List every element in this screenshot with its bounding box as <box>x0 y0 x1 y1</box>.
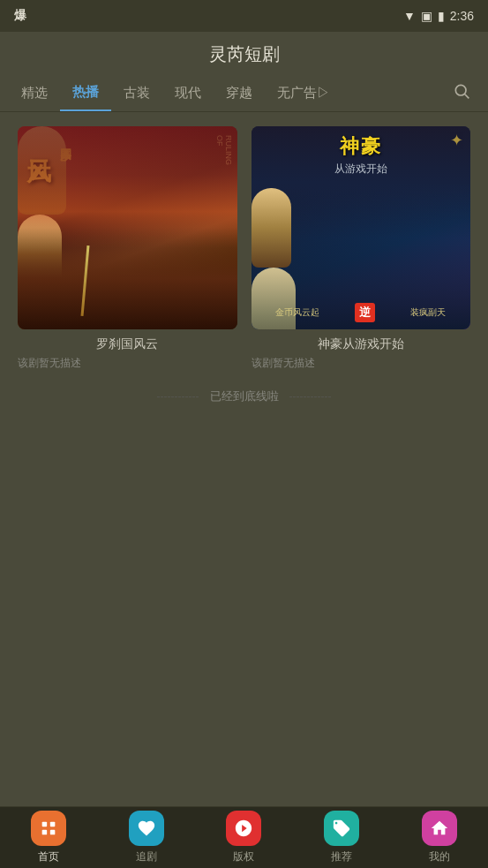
wifi-icon: ▼ <box>403 9 416 23</box>
tab-xiandai[interactable]: 现代 <box>162 76 214 110</box>
svg-point-0 <box>455 85 466 95</box>
app-title: 灵芮短剧 <box>0 32 488 75</box>
nav-item-rights[interactable]: 版权 <box>217 811 270 864</box>
recommend-icon <box>324 811 359 846</box>
poster2-bottom-left: 金币风云起 <box>275 306 319 319</box>
nav-label-recommend: 推荐 <box>331 849 352 864</box>
nav-item-home[interactable]: 首页 <box>22 811 75 864</box>
tab-wuguanggao[interactable]: 无广告▷ <box>265 76 342 110</box>
poster2-bottom: 金币风云起 逆 装疯副天 <box>252 303 471 322</box>
drama-poster-1: 风云 四多杀国 RULINGOF <box>18 126 237 329</box>
nav-label-rights: 版权 <box>233 849 254 864</box>
nav-label-home: 首页 <box>38 849 59 864</box>
nav-label-mine: 我的 <box>429 849 450 864</box>
content-area: 风云 四多杀国 RULINGOF 罗刹国风云 该剧暂无描述 <box>0 112 488 793</box>
drama-card-2[interactable]: 神豪 从游戏开始 ✦ 金币风云起 逆 <box>252 126 471 371</box>
drama-desc-1: 该剧暂无描述 <box>18 356 237 371</box>
svg-rect-4 <box>42 830 48 835</box>
line-dash-right: ------------ <box>289 390 332 403</box>
follow-icon <box>129 811 164 846</box>
home-icon <box>31 811 66 846</box>
nav-label-follow: 追剧 <box>136 849 157 864</box>
tab-rebo[interactable]: 热播 <box>60 75 111 111</box>
svg-rect-3 <box>50 822 56 827</box>
svg-line-1 <box>465 94 469 99</box>
status-time: 2:36 <box>450 9 474 23</box>
svg-rect-2 <box>42 822 48 827</box>
bottom-end-line: ------------ 已经到底线啦 ------------ <box>18 371 470 413</box>
battery-icon: ▮ <box>438 9 445 23</box>
drama-title-2: 神豪从游戏开始 <box>252 336 471 352</box>
search-button[interactable] <box>444 77 479 109</box>
status-left-icon: 爆 <box>14 8 26 24</box>
rights-icon <box>226 811 261 846</box>
drama-title-1: 罗刹国风云 <box>18 336 237 352</box>
tab-guzhuang[interactable]: 古装 <box>111 76 162 110</box>
status-bar: 爆 ▼ ▣ ▮ 2:36 <box>0 0 488 32</box>
status-right: ▼ ▣ ▮ 2:36 <box>403 9 474 23</box>
drama-poster-2: 神豪 从游戏开始 ✦ 金币风云起 逆 <box>252 126 471 329</box>
tab-chuanyue[interactable]: 穿越 <box>214 76 265 110</box>
drama-desc-2: 该剧暂无描述 <box>252 356 471 371</box>
mine-icon <box>422 811 457 846</box>
nav-item-follow[interactable]: 追剧 <box>120 811 173 864</box>
poster2-badge: 逆 <box>355 303 375 322</box>
poster2-bottom-right: 装疯副天 <box>410 306 446 319</box>
line-dash-left: ------------ <box>157 390 199 403</box>
category-tabs: 精选 热播 古装 现代 穿越 无广告▷ <box>0 75 488 112</box>
person4 <box>252 188 291 268</box>
signal-icon: ▣ <box>421 9 432 23</box>
drama-card-1[interactable]: 风云 四多杀国 RULINGOF 罗刹国风云 该剧暂无描述 <box>18 126 237 371</box>
bottom-line-text: 已经到底线啦 <box>210 389 279 404</box>
nav-item-mine[interactable]: 我的 <box>413 811 466 864</box>
bottom-nav: 首页 追剧 版权 推荐 我的 <box>0 806 488 868</box>
tab-jingxuan[interactable]: 精选 <box>9 76 60 110</box>
drama-grid: 风云 四多杀国 RULINGOF 罗刹国风云 该剧暂无描述 <box>18 126 470 371</box>
poster2-top-text: 神豪 从游戏开始 <box>252 133 471 177</box>
nav-item-recommend[interactable]: 推荐 <box>315 811 368 864</box>
svg-rect-5 <box>50 830 56 835</box>
